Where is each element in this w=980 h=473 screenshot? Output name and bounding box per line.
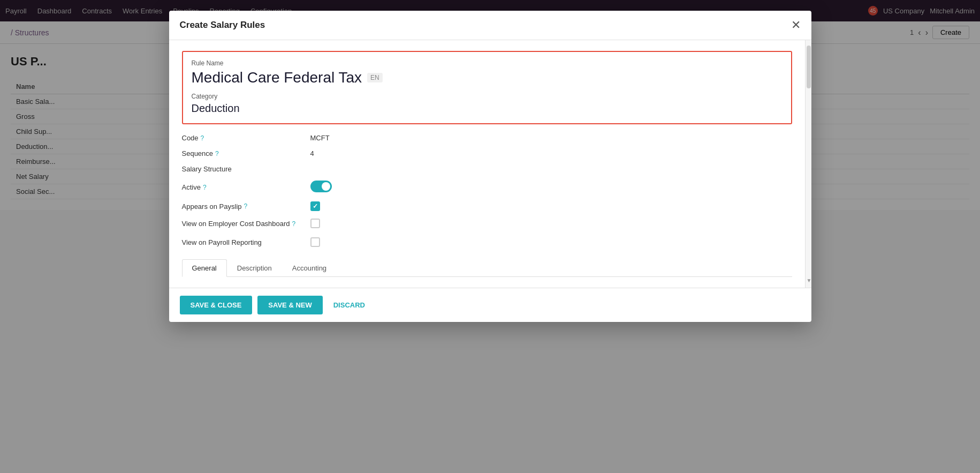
- modal-footer: SAVE & CLOSE SAVE & NEW DISCARD: [169, 288, 811, 322]
- appears-on-payslip-checkbox-input[interactable]: [310, 201, 320, 211]
- employer-cost-checkbox[interactable]: [310, 219, 792, 230]
- modal-header: Create Salary Rules ✕: [169, 11, 811, 40]
- save-new-button[interactable]: SAVE & NEW: [257, 296, 322, 314]
- category-label: Category: [192, 93, 783, 100]
- payroll-reporting-field-row: View on Payroll Reporting: [182, 237, 792, 249]
- code-value[interactable]: MCFT: [310, 134, 792, 142]
- rule-name-label: Rule Name: [192, 59, 783, 67]
- active-field-row: Active ?: [182, 181, 792, 194]
- tab-accounting[interactable]: Accounting: [282, 259, 337, 276]
- rule-name-box: Rule Name Medical Care Federal Tax EN Ca…: [182, 51, 792, 124]
- tab-general[interactable]: General: [182, 259, 227, 277]
- language-badge: EN: [367, 73, 383, 82]
- save-close-button[interactable]: SAVE & CLOSE: [180, 296, 253, 314]
- employer-cost-checkbox-input[interactable]: [310, 219, 320, 228]
- active-toggle-switch[interactable]: [310, 181, 332, 192]
- employer-cost-label: View on Employer Cost Dashboard ?: [182, 220, 300, 229]
- appears-on-payslip-checkbox[interactable]: [310, 201, 792, 211]
- salary-structure-label: Salary Structure: [182, 165, 300, 173]
- modal-title: Create Salary Rules: [180, 20, 265, 31]
- rule-name-value: Medical Care Federal Tax EN: [192, 69, 783, 86]
- payroll-reporting-label: View on Payroll Reporting: [182, 238, 300, 247]
- modal-close-button[interactable]: ✕: [791, 19, 801, 31]
- active-help-icon[interactable]: ?: [203, 184, 207, 191]
- appears-on-payslip-label: Appears on Payslip ?: [182, 202, 300, 211]
- modal-scrollbar[interactable]: ▼: [805, 40, 811, 288]
- scrollbar-thumb: [807, 46, 811, 88]
- employer-cost-field-row: View on Employer Cost Dashboard ?: [182, 219, 792, 230]
- tabs-row: General Description Accounting: [182, 259, 792, 277]
- payroll-reporting-checkbox[interactable]: [310, 237, 792, 249]
- active-label: Active ?: [182, 183, 300, 191]
- active-toggle[interactable]: [310, 181, 792, 194]
- category-value[interactable]: Deduction: [192, 102, 783, 115]
- appears-on-payslip-field-row: Appears on Payslip ?: [182, 201, 792, 211]
- discard-button[interactable]: DISCARD: [328, 296, 370, 314]
- sequence-label: Sequence ?: [182, 149, 300, 157]
- salary-structure-field-row: Salary Structure: [182, 165, 792, 173]
- sequence-help-icon[interactable]: ?: [215, 150, 219, 157]
- modal-body: Rule Name Medical Care Federal Tax EN Ca…: [169, 40, 805, 288]
- employer-cost-help-icon[interactable]: ?: [292, 220, 296, 229]
- create-salary-rules-modal: Create Salary Rules ✕ Rule Name Medical …: [169, 11, 811, 322]
- sequence-value[interactable]: 4: [310, 149, 792, 157]
- scroll-down-arrow[interactable]: ▼: [807, 277, 811, 283]
- appears-on-payslip-help-icon[interactable]: ?: [244, 202, 248, 210]
- payroll-reporting-checkbox-input[interactable]: [310, 237, 320, 247]
- tab-description[interactable]: Description: [227, 259, 282, 276]
- modal-form: Rule Name Medical Care Federal Tax EN Ca…: [182, 51, 792, 277]
- rule-name-text[interactable]: Medical Care Federal Tax: [192, 69, 362, 86]
- code-field-row: Code ? MCFT: [182, 134, 792, 142]
- sequence-field-row: Sequence ? 4: [182, 149, 792, 157]
- modal-overlay: Create Salary Rules ✕ Rule Name Medical …: [0, 0, 980, 473]
- code-label: Code ?: [182, 134, 300, 142]
- code-help-icon[interactable]: ?: [201, 134, 204, 142]
